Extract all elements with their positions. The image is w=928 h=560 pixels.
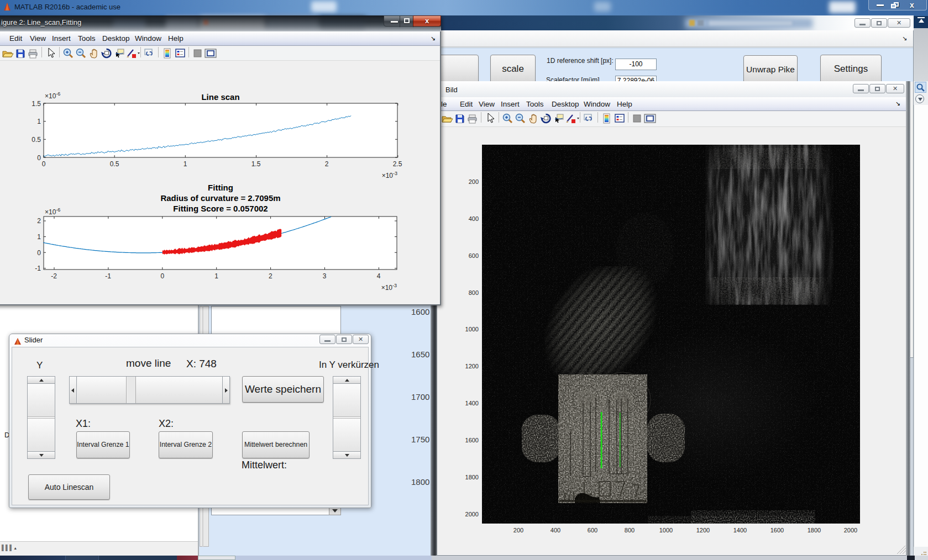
svg-text:2: 2 xyxy=(269,272,272,280)
svg-text:×10-3: ×10-3 xyxy=(382,171,397,179)
svg-text:Fitting: Fitting xyxy=(208,183,233,192)
svg-text:0: 0 xyxy=(37,154,41,162)
svg-text:0: 0 xyxy=(37,249,41,257)
svg-text:3: 3 xyxy=(323,272,327,280)
svg-text:1: 1 xyxy=(214,272,218,280)
svg-text:1: 1 xyxy=(183,160,187,168)
svg-text:4: 4 xyxy=(377,272,381,280)
svg-text:Line scan: Line scan xyxy=(201,92,239,102)
svg-text:2: 2 xyxy=(37,217,41,225)
svg-text:0: 0 xyxy=(42,160,46,168)
svg-text:2.5: 2.5 xyxy=(393,160,402,168)
svg-text:1: 1 xyxy=(37,233,41,241)
svg-text:0.5: 0.5 xyxy=(110,160,119,168)
svg-text:1.5: 1.5 xyxy=(251,160,261,168)
svg-text:Fitting Score = 0.057002: Fitting Score = 0.057002 xyxy=(173,204,268,213)
svg-text:0: 0 xyxy=(160,272,164,280)
svg-text:×10-6: ×10-6 xyxy=(45,91,60,100)
svg-text:1.5: 1.5 xyxy=(32,100,41,108)
svg-text:-1: -1 xyxy=(35,265,41,272)
svg-text:-2: -2 xyxy=(51,272,57,280)
svg-text:Radius of curvature = 2.7095m: Radius of curvature = 2.7095m xyxy=(160,193,280,203)
svg-text:-1: -1 xyxy=(105,272,111,280)
svg-text:2: 2 xyxy=(325,160,329,168)
svg-text:×10-3: ×10-3 xyxy=(381,283,397,292)
svg-text:1: 1 xyxy=(37,118,41,125)
svg-text:×10-6: ×10-6 xyxy=(45,207,60,216)
svg-text:0.5: 0.5 xyxy=(32,136,41,144)
